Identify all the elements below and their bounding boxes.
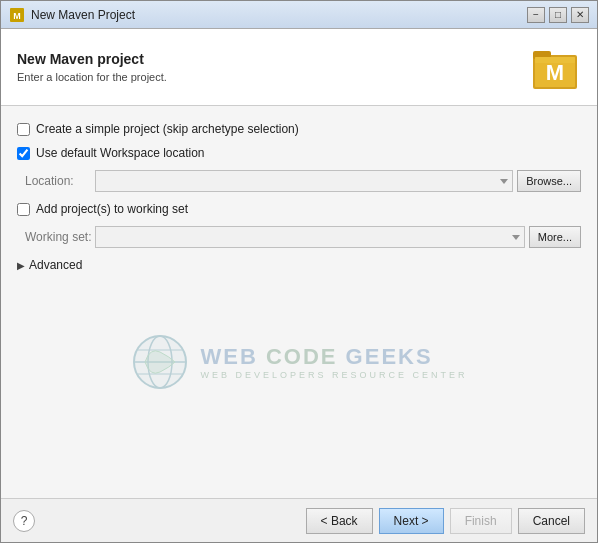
- watermark-geeks: GEEKS: [346, 344, 433, 369]
- working-set-label[interactable]: Add project(s) to working set: [17, 202, 188, 216]
- footer: ? < Back Next > Finish Cancel: [1, 498, 597, 542]
- maven-header-icon: M: [529, 41, 581, 93]
- watermark-code: CODE: [266, 344, 346, 369]
- simple-project-label[interactable]: Create a simple project (skip archetype …: [17, 122, 299, 136]
- watermark: WEB CODE GEEKS WEB DEVELOPERS RESOURCE C…: [130, 332, 467, 392]
- watermark-text-group: WEB CODE GEEKS WEB DEVELOPERS RESOURCE C…: [200, 344, 467, 380]
- watermark-logo: WEB CODE GEEKS WEB DEVELOPERS RESOURCE C…: [130, 332, 467, 392]
- simple-project-checkbox[interactable]: [17, 123, 30, 136]
- watermark-container: WEB CODE GEEKS WEB DEVELOPERS RESOURCE C…: [17, 282, 581, 442]
- watermark-web: WEB: [200, 344, 265, 369]
- close-button[interactable]: ✕: [571, 7, 589, 23]
- browse-button[interactable]: Browse...: [517, 170, 581, 192]
- window-icon: M: [9, 7, 25, 23]
- default-workspace-checkbox[interactable]: [17, 147, 30, 160]
- finish-button[interactable]: Finish: [450, 508, 512, 534]
- location-label: Location:: [25, 174, 95, 188]
- title-bar: M New Maven Project − □ ✕: [1, 1, 597, 29]
- location-input-group: Browse...: [95, 170, 581, 192]
- header-text-group: New Maven project Enter a location for t…: [17, 51, 167, 83]
- working-set-field-row: Working set: More...: [17, 226, 581, 248]
- content-area: Create a simple project (skip archetype …: [1, 106, 597, 498]
- window-title: New Maven Project: [31, 8, 527, 22]
- svg-rect-6: [535, 57, 575, 63]
- header-title: New Maven project: [17, 51, 167, 67]
- location-row: Location: Browse...: [17, 170, 581, 192]
- watermark-globe-icon: [130, 332, 190, 392]
- working-set-field-label: Working set:: [25, 230, 95, 244]
- advanced-label: Advanced: [29, 258, 82, 272]
- back-button[interactable]: < Back: [306, 508, 373, 534]
- maximize-button[interactable]: □: [549, 7, 567, 23]
- header-panel: New Maven project Enter a location for t…: [1, 29, 597, 106]
- location-select[interactable]: [95, 170, 513, 192]
- cancel-button[interactable]: Cancel: [518, 508, 585, 534]
- main-window: M New Maven Project − □ ✕ New Maven proj…: [0, 0, 598, 543]
- working-set-input-group: More...: [95, 226, 581, 248]
- more-button[interactable]: More...: [529, 226, 581, 248]
- working-set-row: Add project(s) to working set: [17, 202, 581, 216]
- footer-buttons: < Back Next > Finish Cancel: [35, 508, 585, 534]
- working-set-select[interactable]: [95, 226, 525, 248]
- watermark-main-text: WEB CODE GEEKS: [200, 344, 467, 370]
- help-button[interactable]: ?: [13, 510, 35, 532]
- default-workspace-row: Use default Workspace location: [17, 146, 581, 160]
- svg-text:M: M: [13, 11, 21, 21]
- minimize-button[interactable]: −: [527, 7, 545, 23]
- advanced-row[interactable]: ▶ Advanced: [17, 258, 581, 272]
- advanced-arrow-icon: ▶: [17, 260, 25, 271]
- working-set-checkbox[interactable]: [17, 203, 30, 216]
- window-controls: − □ ✕: [527, 7, 589, 23]
- svg-text:M: M: [546, 60, 564, 85]
- default-workspace-label[interactable]: Use default Workspace location: [17, 146, 205, 160]
- watermark-sub-text: WEB DEVELOPERS RESOURCE CENTER: [200, 370, 467, 380]
- header-subtitle: Enter a location for the project.: [17, 71, 167, 83]
- next-button[interactable]: Next >: [379, 508, 444, 534]
- simple-project-row: Create a simple project (skip archetype …: [17, 122, 581, 136]
